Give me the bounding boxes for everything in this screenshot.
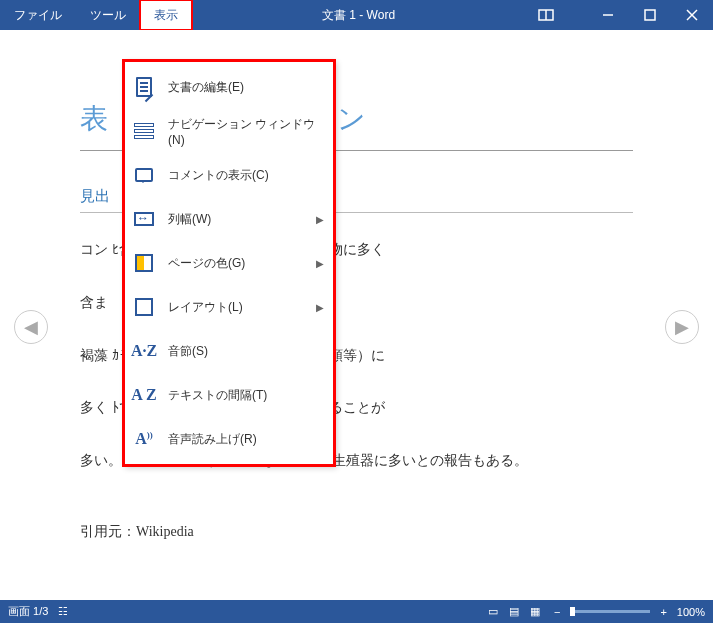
statusbar: 画面 1/3 ☷ ▭ ▤ ▦ − + 100%	[0, 600, 713, 623]
titlebar: ファイル ツール 表示 文書 1 - Word	[0, 0, 713, 30]
workspace: 表 ンとフコダイン 見出 コン ﾋ含む）、モズクなど褐藻類の粘質物に多く 含ま …	[0, 30, 713, 600]
dd-label: 音声読み上げ(R)	[168, 431, 324, 448]
dd-label: レイアウト(L)	[168, 299, 316, 316]
chevron-right-icon: ▶	[316, 302, 324, 313]
chevron-right-icon: ▶	[316, 258, 324, 269]
dd-label: 音節(S)	[168, 343, 324, 360]
minimize-button[interactable]	[587, 0, 629, 30]
comments-icon	[132, 163, 156, 187]
page-color-icon	[132, 251, 156, 275]
menu-view[interactable]: 表示	[140, 0, 192, 30]
dd-text-to-speech[interactable]: A)) 音声読み上げ(R)	[124, 417, 334, 461]
dd-page-color[interactable]: ページの色(G) ▶	[124, 241, 334, 285]
chevron-right-icon: ▶	[316, 214, 324, 225]
dd-column-width[interactable]: 列幅(W) ▶	[124, 197, 334, 241]
page-counter[interactable]: 画面 1/3	[8, 604, 48, 619]
view-dropdown: 文書の編集(E) ナビゲーション ウィンドウ(N) コメントの表示(C) 列幅(…	[123, 60, 335, 466]
window-controls	[525, 0, 713, 30]
text-to-speech-icon: A))	[132, 427, 156, 451]
dd-edit-document[interactable]: 文書の編集(E)	[124, 65, 334, 109]
dd-label: 列幅(W)	[168, 211, 316, 228]
layout-icon	[132, 295, 156, 319]
maximize-button[interactable]	[629, 0, 671, 30]
dd-label: コメントの表示(C)	[168, 167, 324, 184]
text-spacing-icon: A Z	[132, 383, 156, 407]
print-layout-icon[interactable]: ▤	[505, 605, 523, 618]
menu-file[interactable]: ファイル	[0, 0, 76, 30]
dd-syllable[interactable]: A·Z 音節(S)	[124, 329, 334, 373]
dd-layout[interactable]: レイアウト(L) ▶	[124, 285, 334, 329]
svg-rect-3	[645, 10, 655, 20]
column-width-icon	[132, 207, 156, 231]
nav-pane-icon	[132, 119, 156, 143]
accessibility-icon[interactable]: ☷	[58, 605, 68, 618]
dd-label: 文書の編集(E)	[168, 79, 324, 96]
window-title: 文書 1 - Word	[322, 7, 395, 24]
view-mode-icons: ▭ ▤ ▦	[484, 605, 544, 618]
close-button[interactable]	[671, 0, 713, 30]
dd-show-comments[interactable]: コメントの表示(C)	[124, 153, 334, 197]
source-line: 引用元：Wikipedia	[80, 517, 633, 548]
zoom-in-button[interactable]: +	[660, 606, 666, 618]
dd-label: ページの色(G)	[168, 255, 316, 272]
reading-mode-icon[interactable]	[525, 0, 567, 30]
dd-label: ナビゲーション ウィンドウ(N)	[168, 116, 324, 147]
zoom-percent[interactable]: 100%	[677, 606, 705, 618]
prev-page-button[interactable]: ◀	[14, 310, 48, 344]
doc-edit-icon	[132, 75, 156, 99]
dd-navigation-pane[interactable]: ナビゲーション ウィンドウ(N)	[124, 109, 334, 153]
web-layout-icon[interactable]: ▦	[526, 605, 544, 618]
next-page-button[interactable]: ▶	[665, 310, 699, 344]
menu-tool[interactable]: ツール	[76, 0, 140, 30]
syllable-icon: A·Z	[132, 339, 156, 363]
zoom-out-button[interactable]: −	[554, 606, 560, 618]
reading-view-icon[interactable]: ▭	[484, 605, 502, 618]
document-page: 表 ンとフコダイン 見出 コン ﾋ含む）、モズクなど褐藻類の粘質物に多く 含ま …	[0, 30, 713, 600]
zoom-slider[interactable]	[570, 610, 650, 613]
dd-label: テキストの間隔(T)	[168, 387, 324, 404]
dd-text-spacing[interactable]: A Z テキストの間隔(T)	[124, 373, 334, 417]
